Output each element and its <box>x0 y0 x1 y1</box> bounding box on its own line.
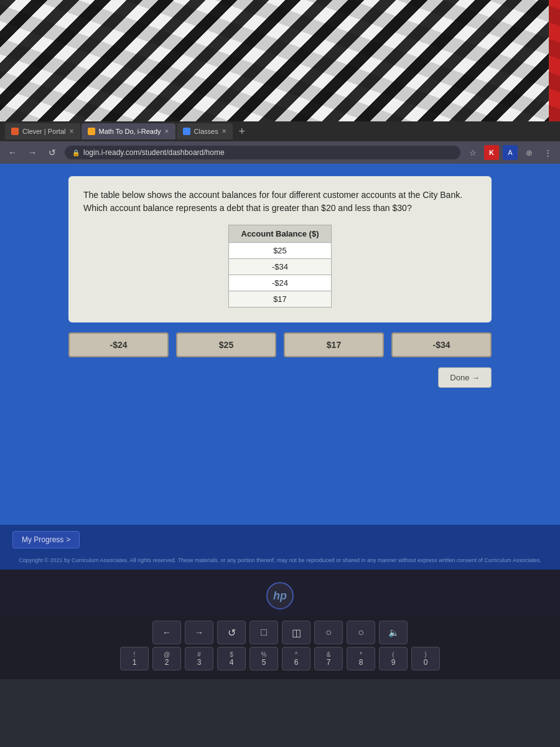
table-row: -$34 <box>228 259 332 275</box>
question-card: The table below shows the account balanc… <box>68 176 492 322</box>
answer-choice-1[interactable]: -$24 <box>68 332 169 357</box>
new-tab-button[interactable]: + <box>234 123 250 139</box>
address-bar: ← → ↺ 🔒 login.i-ready.com/student/dashbo… <box>0 141 560 164</box>
browser-actions: ☆ K A ⊕ ⋮ <box>465 145 555 160</box>
key-window[interactable]: □ <box>250 621 278 644</box>
copyright-bar: Copyright © 2021 by Curriculum Associate… <box>0 555 560 570</box>
tab-clever-label: Clever | Portal <box>22 128 66 135</box>
table-cell-4: $17 <box>228 291 332 308</box>
keyboard-area: ← → ↺ □ ◫ ○ ○ 🔈 ! 1 @ 2 # 3 $ <box>0 616 560 679</box>
key-dollar[interactable]: $ 4 <box>217 647 246 670</box>
key-multiwindow[interactable]: ◫ <box>282 621 310 644</box>
table-cell-1: $25 <box>228 243 332 259</box>
key-circle1[interactable]: ○ <box>314 621 343 644</box>
extension-k[interactable]: K <box>484 145 499 160</box>
keyboard-nav-row: ← → ↺ □ ◫ ○ ○ 🔈 <box>6 621 554 644</box>
extension-btn[interactable]: ⊕ <box>521 145 536 160</box>
key-caret[interactable]: ^ 6 <box>282 647 310 670</box>
tab-classes[interactable]: Classes × <box>177 123 233 139</box>
my-progress-button[interactable]: My Progress > <box>12 531 80 548</box>
red-accent-strip <box>549 0 560 137</box>
menu-button[interactable]: ⋮ <box>540 145 555 160</box>
tab-classes-label: Classes <box>194 128 218 135</box>
key-at[interactable]: @ 2 <box>152 647 181 670</box>
zebra-background <box>0 0 560 137</box>
hp-logo-area: hp <box>0 570 560 616</box>
tab-clever-close[interactable]: × <box>70 127 74 136</box>
key-amp[interactable]: & 7 <box>314 647 343 670</box>
browser-content: The table below shows the account balanc… <box>0 164 560 525</box>
key-lparen[interactable]: ( 9 <box>379 647 408 670</box>
key-back[interactable]: ← <box>152 621 181 644</box>
copyright-text: Copyright © 2021 by Curriculum Associate… <box>12 557 548 563</box>
table-header: Account Balance ($) <box>228 225 332 243</box>
table-cell-2: -$34 <box>228 259 332 275</box>
answer-choice-4[interactable]: -$34 <box>391 332 492 357</box>
favicon-clever <box>11 128 19 135</box>
key-refresh[interactable]: ↺ <box>217 621 246 644</box>
key-volume-down[interactable]: 🔈 <box>379 621 408 644</box>
key-star[interactable]: * 8 <box>347 647 375 670</box>
bottom-bar: My Progress > <box>0 525 560 555</box>
favicon-iready <box>88 128 95 135</box>
keyboard-number-row: ! 1 @ 2 # 3 $ 4 % 5 ^ 6 <box>6 647 554 670</box>
key-exclaim[interactable]: ! 1 <box>120 647 149 670</box>
forward-button[interactable]: → <box>25 145 40 160</box>
key-circle2[interactable]: ○ <box>347 621 375 644</box>
key-percent[interactable]: % 5 <box>250 647 278 670</box>
tab-classes-close[interactable]: × <box>222 127 226 136</box>
back-button[interactable]: ← <box>5 145 20 160</box>
done-button[interactable]: Done → <box>438 367 492 388</box>
tab-clever[interactable]: Clever | Portal × <box>5 123 80 139</box>
account-balance-table: Account Balance ($) $25 -$34 -$24 <box>228 225 332 308</box>
question-text: The table below shows the account balanc… <box>83 189 477 215</box>
key-rparen[interactable]: ) 0 <box>411 647 440 670</box>
key-forward[interactable]: → <box>185 621 213 644</box>
browser-chrome: Clever | Portal × Math To Do, i-Ready × … <box>0 121 560 164</box>
hp-logo: hp <box>266 582 294 609</box>
refresh-button[interactable]: ↺ <box>45 145 60 160</box>
my-progress-arrow: > <box>66 535 70 544</box>
bookmark-button[interactable]: ☆ <box>465 145 480 160</box>
done-row: Done → <box>68 367 492 388</box>
answer-choice-2[interactable]: $25 <box>176 332 276 357</box>
favicon-classes <box>183 128 190 135</box>
url-text: login.i-ready.com/student/dashboard/home <box>83 148 225 157</box>
table-row: -$24 <box>228 275 332 291</box>
extension-a[interactable]: A <box>503 145 518 160</box>
table-row: $25 <box>228 243 332 259</box>
table-row: $17 <box>228 291 332 308</box>
lock-icon: 🔒 <box>72 149 80 156</box>
tab-iready-close[interactable]: × <box>165 127 169 136</box>
answer-choices: -$24 $25 $17 -$34 <box>68 332 492 357</box>
tab-iready-label: Math To Do, i-Ready <box>99 128 161 135</box>
answer-choice-3[interactable]: $17 <box>284 332 384 357</box>
laptop-frame: Clever | Portal × Math To Do, i-Ready × … <box>0 121 560 747</box>
url-bar[interactable]: 🔒 login.i-ready.com/student/dashboard/ho… <box>65 146 460 159</box>
table-cell-3: -$24 <box>228 275 332 291</box>
tab-bar: Clever | Portal × Math To Do, i-Ready × … <box>0 121 560 141</box>
my-progress-label: My Progress <box>22 535 63 544</box>
data-table-container: Account Balance ($) $25 -$34 -$24 <box>83 225 477 308</box>
key-hash[interactable]: # 3 <box>185 647 213 670</box>
tab-iready[interactable]: Math To Do, i-Ready × <box>82 123 175 139</box>
